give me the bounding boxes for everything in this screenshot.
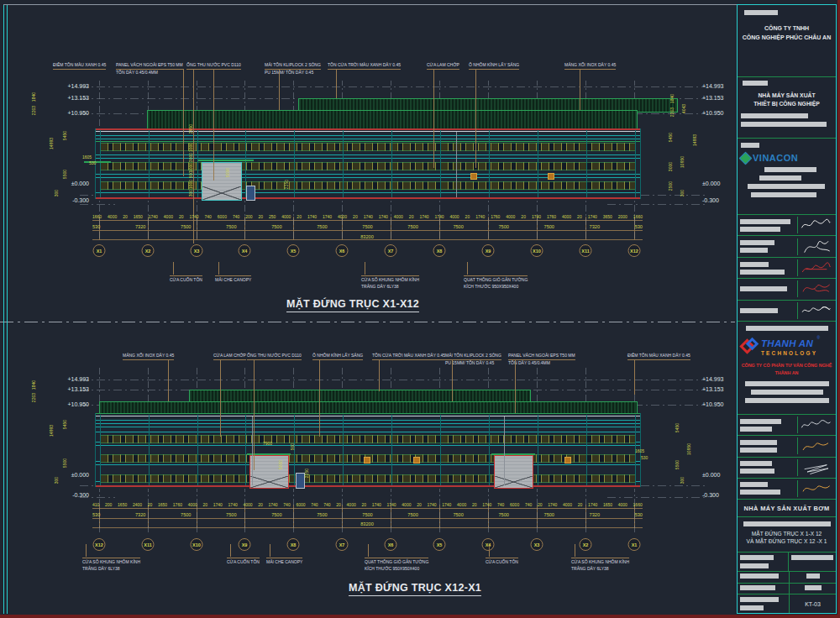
dimension-text: 20: [472, 502, 477, 507]
dimension-text: 20: [538, 502, 543, 507]
dimension-text: 7500: [181, 512, 191, 517]
component-callout: CỬA SỔ KHUNG NHÔM KÍNHTRẮNG DÀY 6LY38: [571, 558, 629, 573]
callout-leader: [379, 359, 380, 391]
dimension-text: 4000: [506, 214, 515, 219]
column-line: [440, 130, 441, 197]
column-line: [149, 415, 150, 485]
vinacon-logo: VINACON: [741, 153, 832, 163]
level-label: +10.950: [54, 401, 89, 407]
column-line: [391, 415, 392, 485]
view-title: MẶT ĐỨNG TRỤC X12-X1: [349, 582, 481, 596]
component-callout: CỬA CUỐN TÔN: [170, 275, 202, 284]
dimension-text: 7500: [453, 512, 463, 517]
grid-bubble: X7: [336, 538, 349, 551]
grid-axis-line: [488, 489, 489, 532]
dimension-text: 5000: [278, 460, 283, 469]
callout-text: PU 15MM/ TÔN DÀY 0.45: [265, 70, 321, 76]
window-strip: [100, 474, 636, 483]
dimension-text: 4000: [188, 502, 197, 507]
dimension-text: 7500: [226, 224, 236, 229]
dimension-text: 20: [577, 214, 582, 219]
dimension-text: 1740: [364, 214, 373, 219]
vinacon-diamond-icon: [739, 151, 753, 165]
signature-row: [738, 458, 836, 479]
dimension-text: 1740: [189, 214, 198, 219]
dimension-text: 300: [54, 477, 59, 484]
callout-text: ỐNG THU NƯỚC PVC D110: [186, 62, 241, 70]
column-line: [538, 415, 538, 485]
signature-row: [738, 279, 836, 300]
callout-text: TRẮNG DÀY 6LY38: [82, 566, 140, 572]
dimension-text: 200: [105, 502, 112, 507]
facade-line: [96, 192, 640, 193]
callout-leader: [368, 544, 369, 557]
dimension-text: 7500: [407, 224, 417, 229]
signature: [800, 217, 832, 233]
callout-text: CỬA CUỐN TÔN: [486, 558, 518, 566]
grid-bubble: X3: [531, 538, 543, 551]
sheet-border-bottom: [0, 615, 840, 618]
grid-axis-line: [537, 201, 538, 238]
wall-fan: [364, 457, 370, 464]
dimension-text: 7500: [453, 224, 463, 229]
column-line: [343, 130, 344, 197]
level-label: +14.993: [54, 376, 89, 382]
dimension-text: 1740: [442, 502, 451, 507]
grid-axis-line: [244, 201, 245, 238]
callout-text: ĐIỂM TÔN MÀU XANH DÀY 0.45: [627, 353, 690, 360]
dimension-text: 1605: [82, 154, 92, 160]
grid-axis-line: [197, 489, 197, 532]
callout-text: QUẠT THÔNG GIÓ GẮN TƯỜNG: [464, 275, 528, 284]
dimension-text: 20: [123, 214, 128, 219]
dimension-text: 1740: [427, 502, 436, 507]
dimension-text: 20: [148, 502, 153, 507]
design-signature-grid: [738, 415, 836, 500]
level-label: +13.153: [54, 386, 89, 392]
redacted-bar: [740, 563, 769, 568]
callout-leader: [515, 359, 516, 413]
dimension-text: 1740: [228, 502, 238, 507]
factory-line2: THIẾT BỊ CÔNG NGHIỆP: [741, 101, 832, 107]
dimension-text: 5450: [62, 131, 67, 140]
dimension-text: 4000: [457, 502, 466, 507]
level-label: -0.300: [702, 197, 719, 203]
signature-row: [738, 436, 836, 457]
column-line: [538, 130, 538, 197]
dimension-text: 7500: [498, 224, 508, 229]
dimension-text: 7500: [544, 512, 554, 517]
grid-bubble: X9: [482, 244, 495, 257]
material-callout: MÁNG XỐI INOX DÀY 0.45: [123, 353, 174, 360]
dimension-total: 83200: [360, 234, 374, 239]
redacted-bar: [751, 390, 823, 395]
wall-fan: [564, 457, 571, 464]
dimension-text: 10950: [686, 443, 691, 455]
grid-axis-line: [585, 489, 586, 532]
dimension-row: 4102001650240020165017604000201740174040…: [92, 502, 643, 507]
level-label: -0.300: [702, 492, 719, 498]
callout-text: TÔN CỬA TRỜI MÀU XANH DÀY 0.45: [328, 62, 401, 70]
component-callout: CỬA CUỐN TÔN: [486, 558, 518, 566]
grid-axis-line: [99, 81, 100, 126]
project-name: NHÀ MÁY SẢN XUẤT BƠM: [743, 505, 829, 512]
grid-bubble: X5: [433, 538, 446, 551]
facade-line: [96, 139, 640, 139]
project-name-section: NHÀ MÁY SẢN XUẤT BƠM: [738, 500, 836, 517]
dimension-text: 4000: [618, 502, 627, 507]
dimension-text: 2250: [304, 469, 309, 478]
grid-axis-line: [585, 201, 586, 238]
grid-axis-line: [488, 201, 489, 238]
dimension-text: 530: [92, 224, 100, 229]
level-label: -0.300: [54, 492, 89, 498]
dimension-text: 300: [680, 190, 685, 196]
signature: [800, 480, 832, 497]
facade-line: [96, 158, 640, 159]
facade-line: [96, 128, 640, 130]
vinacon-logo-text: VINACON: [753, 153, 798, 163]
callout-text: TRẮNG DÀY 6LY38: [361, 284, 419, 290]
redacted-bar: [741, 113, 808, 118]
dimension-text: 2203: [31, 106, 36, 115]
grid-bubble: X2: [142, 244, 155, 257]
grid-axis-line: [634, 201, 635, 238]
dimension-text: 200: [245, 214, 252, 219]
dimension-text: 20: [353, 214, 358, 219]
